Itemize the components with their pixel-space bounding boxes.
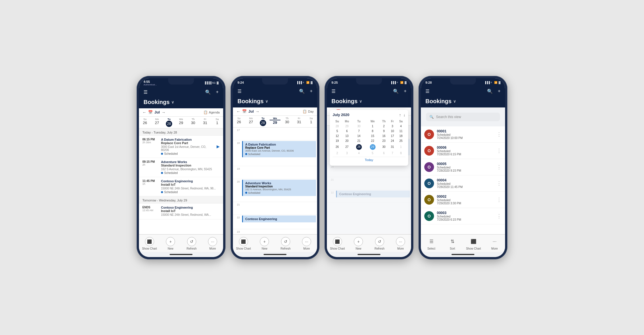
- today-button[interactable]: Today: [333, 157, 405, 163]
- p3-day-row-20: 20: [327, 164, 411, 177]
- week-day-su[interactable]: Su 26: [139, 117, 151, 128]
- more-btn-2[interactable]: ··· More: [296, 237, 317, 250]
- title-chevron-4[interactable]: ∨: [453, 99, 456, 103]
- sort-btn-4[interactable]: ⇅ Sort: [442, 237, 463, 250]
- show-chart-btn-1[interactable]: ⬛ Show Chart: [139, 237, 160, 250]
- agenda-item-4[interactable]: ENDS 12:45 AM Contoso Engineering Instal…: [139, 203, 223, 220]
- view-btn-2[interactable]: Day: [308, 110, 314, 113]
- list-item-00006[interactable]: O 00006 Scheduled 7/28/2020 6:15 PM ⋮: [421, 143, 505, 159]
- p2-week-sa[interactable]: Sa1: [305, 116, 317, 127]
- new-btn-2[interactable]: + New: [254, 237, 275, 250]
- agenda-item-1[interactable]: 06:15 PM 2h 30m A Datum Fabrication Repl…: [139, 136, 223, 158]
- popup-up-arrow[interactable]: ↑: [399, 113, 401, 117]
- agenda-time-4: ENDS 12:45 AM: [142, 206, 158, 212]
- search-icon-4[interactable]: 🔍: [487, 89, 493, 94]
- hamburger-icon-2[interactable]: ☰: [237, 89, 242, 94]
- header-left-3: ☰: [331, 89, 335, 94]
- add-icon-3[interactable]: +: [404, 89, 407, 94]
- new-btn-3[interactable]: + New: [348, 237, 369, 250]
- header-left-4: ☰: [425, 89, 429, 94]
- phone-4-inner: 9:28 ▐▐▐ ᯤ 📶 ▓ ☰ 🔍 + Bookings ∨: [421, 78, 505, 257]
- hamburger-icon-1[interactable]: ☰: [144, 89, 148, 95]
- week-day-th[interactable]: Th 30: [187, 117, 199, 128]
- title-chevron-2[interactable]: ∨: [265, 99, 268, 103]
- list-more-00006[interactable]: ⋮: [496, 148, 502, 154]
- list-item-00004[interactable]: O 00004 Scheduled 7/28/2020 11:45 PM ⋮: [421, 175, 505, 192]
- list-more-00002[interactable]: ⋮: [496, 197, 502, 203]
- phone-1: 4:55 Authenticat... ▐▐▐▐ 5G ▓ ☰ 🔍 +: [137, 76, 225, 259]
- list-item-00005[interactable]: O 00005 Scheduled 7/28/2020 9:15 PM ⋮: [421, 159, 505, 175]
- list-more-00005[interactable]: ⋮: [496, 164, 502, 170]
- list-item-00002[interactable]: O 00002 Scheduled 7/29/2020 3:30 PM ⋮: [421, 192, 505, 208]
- search-bar-4[interactable]: 🔍 Search this view: [426, 113, 500, 121]
- list-item-00003[interactable]: O 00003 Scheduled 7/29/2020 6:15 PM ⋮: [421, 208, 505, 224]
- day-view-2: 17 18 A Datum Fabrication Replace Core P…: [233, 128, 317, 234]
- day-event-2[interactable]: Adventure Works Standard Inspection 162 …: [242, 180, 316, 196]
- agenda-date-tomorrow: Tomorrow - Wednesday, July 29: [139, 196, 223, 203]
- more-btn-4[interactable]: ··· More: [484, 237, 505, 250]
- week-day-tu[interactable]: Tu 28: [163, 117, 175, 128]
- more-icon-1: ···: [208, 237, 217, 246]
- today-cell[interactable]: 28: [356, 144, 362, 150]
- more-btn-3[interactable]: ··· More: [390, 237, 411, 250]
- day-event-3[interactable]: Contoso Engineering: [242, 216, 316, 222]
- show-chart-btn-3[interactable]: ⬛ Show Chart: [327, 237, 348, 250]
- list-item-00001[interactable]: O 00001 Scheduled 7/24/2020 10:00 PM ⋮: [421, 126, 505, 143]
- list-more-00003[interactable]: ⋮: [496, 213, 502, 219]
- view-btn-1[interactable]: Agenda: [209, 111, 220, 114]
- avatar-00006: O: [424, 146, 434, 156]
- week-day-fr[interactable]: Fr 31: [199, 117, 211, 128]
- search-icon-2[interactable]: 🔍: [299, 89, 305, 94]
- refresh-btn-1[interactable]: ↺ Refresh: [181, 237, 202, 250]
- popup-down-arrow[interactable]: ↓: [403, 113, 405, 117]
- agenda-item-2[interactable]: 09:15 PM 2h Adventure Works Standard Ins…: [139, 158, 223, 177]
- add-icon-1[interactable]: +: [216, 89, 219, 95]
- title-chevron-3[interactable]: ∨: [359, 99, 362, 103]
- agenda-arrow-1: ▶: [217, 144, 220, 149]
- p2-week-tu[interactable]: Tu 28: [257, 116, 269, 127]
- search-container-4: 🔍 Search this view: [421, 107, 505, 126]
- more-btn-1[interactable]: ··· More: [202, 237, 223, 250]
- title-chevron-1[interactable]: ∨: [171, 100, 174, 104]
- refresh-btn-2[interactable]: ↺ Refresh: [275, 237, 296, 250]
- new-btn-1[interactable]: + New: [160, 237, 181, 250]
- battery-icon-2: ▓: [311, 81, 313, 84]
- search-icon-3[interactable]: 🔍: [393, 89, 399, 94]
- prev-arrow-1[interactable]: ←: [142, 110, 146, 115]
- p2-week-su[interactable]: Su26: [233, 116, 245, 127]
- day-row-18: 18 A Datum Fabrication Replace Core Part…: [233, 140, 317, 166]
- p2-week-fr[interactable]: Fr31: [293, 116, 305, 127]
- selected-cell[interactable]: 29: [370, 144, 376, 150]
- refresh-btn-3[interactable]: ↺ Refresh: [369, 237, 390, 250]
- week-day-we[interactable]: We 29: [175, 117, 187, 128]
- add-icon-2[interactable]: +: [310, 89, 313, 94]
- day-event-1[interactable]: A Datum Fabrication Replace Core Part 30…: [242, 141, 316, 157]
- list-more-00001[interactable]: ⋮: [496, 131, 502, 138]
- show-chart-btn-2[interactable]: ⬛ Show Chart: [233, 237, 254, 250]
- p2-week-we[interactable]: We 29: [269, 116, 281, 127]
- week-header-1: Su 26 Mo 27 Tu 28 We 29 Th 30: [139, 117, 223, 128]
- agenda-item-3[interactable]: 11:45 PM 1h Contoso Engineering Install …: [139, 177, 223, 196]
- hamburger-icon-4[interactable]: ☰: [425, 89, 429, 94]
- search-icon-1[interactable]: 🔍: [205, 89, 211, 95]
- week-header-2: Su26 Mo27 Tu 28 We 29 Th30 Fr31 Sa1: [233, 116, 317, 128]
- add-icon-4[interactable]: +: [498, 89, 500, 94]
- p2-week-mo[interactable]: Mo27: [245, 116, 257, 127]
- phone-3: 9:25 ▐▐▐ ᯤ 📶 ▓ ☰ 🔍 + Bookings ∨: [325, 76, 413, 259]
- show-chart-btn-4[interactable]: ⬛ Show Chart: [463, 237, 484, 250]
- chart-icon-1: ⬛: [145, 237, 154, 246]
- week-day-sa[interactable]: Sa 1: [211, 117, 223, 128]
- signal-icon-1: ▐▐▐▐ 5G: [204, 81, 215, 84]
- status-icons-4: ▐▐▐ ᯤ 📶 ▓: [484, 81, 500, 84]
- calendar-popup-3[interactable]: July 2020 ↑ ↓ Su Mo Tu We Th Fr Sa: [330, 110, 408, 166]
- list-more-00004[interactable]: ⋮: [496, 180, 502, 187]
- hamburger-icon-3[interactable]: ☰: [331, 89, 335, 94]
- p2-week-th[interactable]: Th30: [281, 116, 293, 127]
- home-indicator-2: [233, 252, 317, 257]
- week-day-mo[interactable]: Mo 27: [151, 117, 163, 128]
- battery-icon-4: ▓: [498, 81, 500, 84]
- prev-arrow-2[interactable]: ←: [236, 109, 240, 114]
- next-arrow-1[interactable]: →: [162, 110, 166, 115]
- next-arrow-2[interactable]: →: [256, 109, 260, 114]
- select-btn-4[interactable]: ☰ Select: [421, 237, 442, 250]
